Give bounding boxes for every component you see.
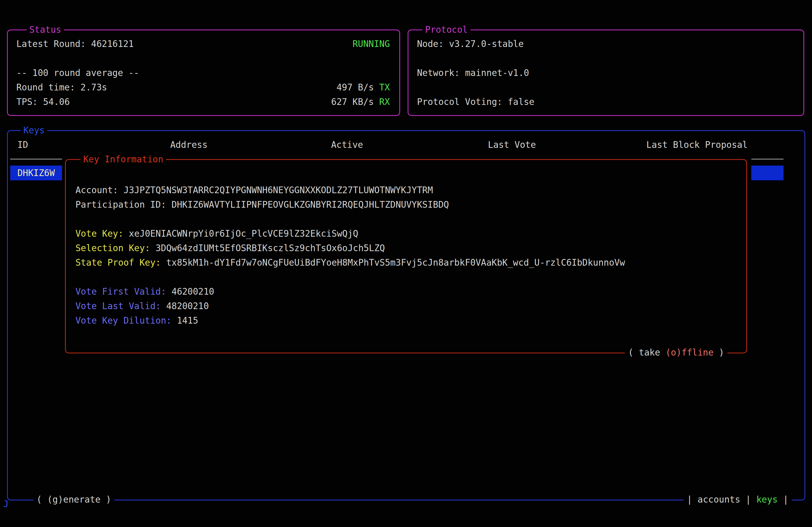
vote-last-valid-label: Vote Last Valid:: [75, 301, 161, 311]
selection-key-line: Selection Key:3DQw64zdIUMt5EfOSRBIKsczlS…: [75, 241, 746, 255]
column-header-address: Address: [170, 138, 207, 152]
participation-id-value: DHKIZ6WAVTYLIIPNFPEOVGLKZGNBYRI2RQEQJHLT…: [172, 199, 449, 210]
rx-unit-label: RX: [379, 96, 390, 107]
account-value: J3JPZTQ5NSW3TARRC2QIYPGNWNH6NEYGGNXXKODL…: [124, 185, 433, 195]
header-separator-right: [751, 159, 784, 160]
column-header-id: ID: [17, 138, 28, 152]
latest-round-label: Latest Round:: [16, 39, 86, 49]
key-information-modal-title: Key Information: [81, 152, 166, 167]
vote-last-valid-line: Vote Last Valid:48200210: [75, 299, 746, 313]
network-line: Network:mainnet-v1.0: [417, 66, 794, 80]
latest-round-value: 46216121: [91, 39, 134, 49]
header-separator-left: [10, 159, 62, 160]
take-offline-prefix: ( take: [628, 347, 665, 358]
node-value: v3.27.0-stable: [449, 39, 524, 49]
rx-rate-value: 627 KB/s: [331, 96, 374, 107]
take-offline-button[interactable]: ( take (o)ffline ): [625, 345, 727, 360]
key-information-modal: Key Information Account:J3JPZTQ5NSW3TARR…: [65, 159, 747, 353]
column-header-active: Active: [331, 138, 363, 152]
vote-key-value: xeJ0ENIACWNrpYi0r6IjOc_PlcVCE9lZ32EkciSw…: [129, 228, 358, 239]
blank-line: [417, 80, 794, 95]
run-state-badge: RUNNING: [352, 37, 390, 51]
vote-first-valid-label: Vote First Valid:: [75, 286, 166, 297]
take-offline-suffix: ): [713, 347, 724, 358]
vote-last-valid-value: 48200210: [166, 301, 209, 311]
account-label: Account:: [75, 185, 118, 195]
selected-row-id-cell: DHKIZ6W: [10, 168, 55, 178]
average-header: -- 100 round average --: [16, 66, 139, 80]
column-header-last-block-proposal: Last Block Proposal: [646, 138, 748, 152]
tab-accounts[interactable]: accounts: [698, 494, 740, 505]
network-value: mainnet-v1.0: [465, 67, 529, 78]
rx-rate-group: 627 KB/sRX: [331, 95, 390, 109]
state-proof-key-value: tx85kM1h-dY1Fd7w7oNCgFUeUiBdFYoeH8MxPhTv…: [166, 257, 625, 268]
blank-line: [75, 270, 746, 284]
protocol-panel-content: Node:v3.27.0-stable Network:mainnet-v1.0…: [408, 30, 803, 109]
account-line: Account:J3JPZTQ5NSW3TARRC2QIYPGNWNH6NEYG…: [75, 183, 746, 197]
tab-keys[interactable]: keys: [756, 494, 778, 505]
vote-key-label: Vote Key:: [75, 228, 124, 239]
protocol-voting-line: Protocol Voting:false: [417, 95, 794, 109]
participation-id-label: Participation ID:: [75, 199, 166, 210]
round-time-label: Round time:: [16, 82, 75, 93]
view-tabs: |accounts|keys|: [684, 492, 792, 507]
blank-line: [16, 51, 390, 66]
participation-id-line: Participation ID:DHKIZ6WAVTYLIIPNFPEOVGL…: [75, 197, 746, 212]
protocol-panel-title: Protocol: [422, 22, 470, 37]
protocol-voting-value: false: [508, 96, 534, 107]
tx-unit-label: TX: [379, 82, 390, 93]
tps-line: TPS:54.06 627 KB/sRX: [16, 95, 390, 109]
tx-rate-group: 497 B/sTX: [336, 80, 390, 95]
stray-corner-glyph: J: [3, 497, 9, 511]
vote-first-valid-line: Vote First Valid:46200210: [75, 284, 746, 299]
round-time-line: Round time:2.73s 497 B/sTX: [16, 80, 390, 95]
node-version: Node:v3.27.0-stable: [417, 37, 524, 51]
latest-round: Latest Round:46216121: [16, 37, 134, 51]
tps-label: TPS:: [16, 96, 38, 107]
generate-button[interactable]: ( (g)enerate ): [33, 492, 114, 507]
keys-panel-title: Keys: [21, 123, 47, 138]
tab-separator: |: [746, 494, 751, 505]
column-header-last-vote: Last Vote: [488, 138, 536, 152]
vote-key-line: Vote Key:xeJ0ENIACWNrpYi0r6IjOc_PlcVCE9l…: [75, 226, 746, 241]
table-row-selected[interactable]: DHKIZ6W: [10, 166, 62, 180]
node-line: Node:v3.27.0-stable: [417, 37, 794, 51]
blank-line: [417, 51, 794, 66]
protocol-panel: Protocol Node:v3.27.0-stable Network:mai…: [408, 30, 804, 116]
status-panel-title: Status: [27, 22, 64, 37]
tps-value: 54.06: [43, 96, 70, 107]
state-proof-key-line: State Proof Key:tx85kM1h-dY1Fd7w7oNCgFUe…: [75, 255, 746, 270]
vote-key-dilution-line: Vote Key Dilution:1415: [75, 313, 746, 328]
key-information-content: Account:J3JPZTQ5NSW3TARRC2QIYPGNWNH6NEYG…: [66, 160, 746, 328]
vote-first-valid-value: 46200210: [172, 286, 214, 297]
tab-separator: |: [783, 494, 788, 505]
status-panel: Status Latest Round:46216121 RUNNING -- …: [7, 30, 400, 116]
tab-separator: |: [687, 494, 692, 505]
terminal-screen: { "status_panel": { "title": "Status", "…: [0, 0, 812, 527]
tx-rate-value: 497 B/s: [336, 82, 374, 93]
state-proof-key-label: State Proof Key:: [75, 257, 161, 268]
average-header-line: -- 100 round average --: [16, 66, 390, 80]
network: Network:mainnet-v1.0: [417, 66, 529, 80]
protocol-voting: Protocol Voting:false: [417, 95, 534, 109]
selection-key-value: 3DQw64zdIUMt5EfOSRBIKsczlSz9chTsOx6oJch5…: [156, 243, 385, 253]
tps: TPS:54.06: [16, 95, 70, 109]
latest-round-line: Latest Round:46216121 RUNNING: [16, 37, 390, 51]
vote-key-dilution-value: 1415: [177, 315, 198, 326]
round-time: Round time:2.73s: [16, 80, 107, 95]
blank-line: [75, 212, 746, 226]
protocol-voting-label: Protocol Voting:: [417, 96, 503, 107]
selection-key-label: Selection Key:: [75, 243, 150, 253]
vote-key-dilution-label: Vote Key Dilution:: [75, 315, 172, 326]
network-label: Network:: [417, 67, 460, 78]
node-label: Node:: [417, 39, 444, 49]
table-row-selected-right-segment[interactable]: [751, 166, 784, 180]
round-time-value: 2.73s: [81, 82, 107, 93]
status-panel-content: Latest Round:46216121 RUNNING -- 100 rou…: [8, 30, 399, 109]
take-offline-hotkey: (o)ffline: [665, 347, 713, 358]
